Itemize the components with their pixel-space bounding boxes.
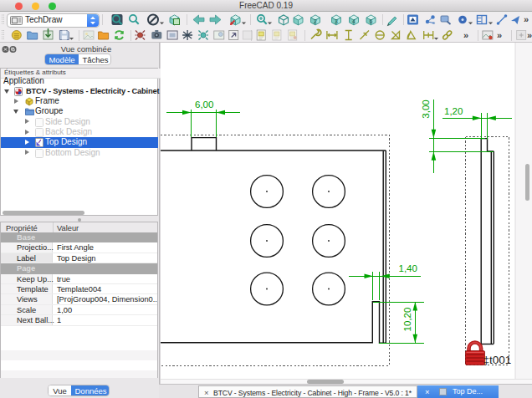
svg-text:1,40: 1,40	[399, 263, 417, 273]
svg-text:»: »	[527, 30, 532, 40]
svg-text:6,00: 6,00	[195, 100, 213, 110]
svg-text:»: »	[524, 14, 529, 24]
svg-text:2: 2	[314, 18, 317, 24]
svg-text:3: 3	[335, 18, 338, 24]
svg-text:10,20: 10,20	[402, 308, 412, 332]
svg-text:6: 6	[370, 18, 373, 24]
svg-text:»: »	[497, 30, 502, 40]
svg-text:‡t001: ‡t001	[483, 354, 512, 366]
svg-text:»: »	[463, 30, 468, 40]
svg-text:4: 4	[352, 18, 356, 24]
svg-text:3,00: 3,00	[421, 100, 431, 118]
svg-text:1,20: 1,20	[444, 106, 463, 116]
